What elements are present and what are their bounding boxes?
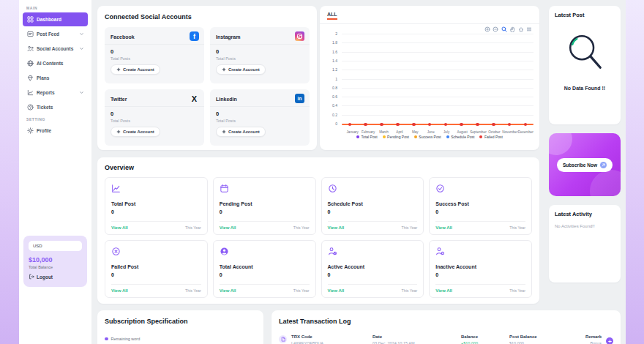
sidebar-item-dashboard[interactable]: Dashboard	[23, 12, 88, 26]
expand-row-button[interactable]	[606, 337, 613, 344]
create-account-label: Create Account	[228, 67, 260, 72]
legend-marker	[414, 135, 417, 138]
x-axis-tick: December	[518, 130, 533, 134]
create-account-button[interactable]: Create Account	[216, 64, 266, 75]
period-label: This Year	[293, 288, 310, 293]
sidebar-section-main: MAIN	[26, 6, 91, 10]
view-all-link[interactable]: View All	[328, 288, 345, 293]
data-point-marker	[508, 123, 512, 127]
platform-post-count: 0	[216, 48, 304, 55]
view-all-link[interactable]: View All	[111, 225, 128, 230]
dashboard-icon	[27, 16, 34, 23]
sidebar-item-label: Tickets	[37, 105, 53, 110]
sidebar-item-social-accounts[interactable]: Social Accounts	[23, 42, 88, 56]
stat-title: Pending Post	[220, 201, 310, 206]
stat-card-total-post: Total Post 0 View All This Year	[105, 177, 208, 235]
logout-button[interactable]: Logout	[29, 274, 82, 280]
sidebar-item-reports[interactable]: Reports	[23, 86, 88, 100]
data-point-marker	[348, 123, 352, 127]
x-axis-tick: September	[470, 130, 486, 134]
view-all-link[interactable]: View All	[111, 288, 128, 293]
x-axis-tick: October	[487, 130, 502, 134]
stat-card-success-post: Success Post 0 View All This Year	[429, 177, 532, 235]
plus-icon	[222, 67, 226, 72]
view-all-link[interactable]: View All	[435, 288, 452, 293]
legend-label: Remaining word	[111, 337, 141, 341]
no-activity-text: No Activities Found!!	[555, 224, 615, 228]
subscribe-now-label: Subscribe Now	[563, 162, 597, 168]
cell-value: $10,000	[509, 341, 564, 344]
view-all-link[interactable]: View All	[220, 288, 236, 293]
gridline	[342, 52, 533, 53]
balance-label: Total Balance	[29, 265, 82, 269]
check-circle-icon	[435, 184, 445, 193]
stat-card-schedule-post: Schedule Post 0 View All This Year	[321, 177, 424, 235]
no-data-text: No Data Found !!	[555, 86, 615, 91]
user-check-icon	[328, 247, 337, 256]
y-axis-tick: 0.2	[327, 113, 337, 117]
sidebar-item-post-feed[interactable]: Post Feed	[23, 27, 88, 41]
menu-icon[interactable]	[526, 26, 532, 32]
reports-icon	[27, 89, 34, 96]
data-point-marker	[460, 123, 463, 127]
view-all-link[interactable]: View All	[328, 225, 345, 230]
create-account-label: Create Account	[123, 130, 154, 134]
view-all-link[interactable]: View All	[220, 225, 236, 230]
latest-post-title: Latest Post	[555, 12, 615, 18]
stat-title: Success Post	[435, 201, 525, 206]
x-axis-tick: February	[360, 130, 375, 134]
legend-label: Pending Post	[387, 135, 409, 139]
stat-value: 0	[328, 272, 418, 277]
sidebar-item-tickets[interactable]: Tickets	[23, 100, 88, 114]
divider	[320, 23, 539, 24]
home-icon[interactable]	[518, 26, 524, 32]
line-chart-icon	[111, 184, 121, 193]
sidebar-item-ai-contents[interactable]: AI Contents	[23, 56, 88, 70]
selection-zoom-icon[interactable]	[501, 26, 507, 32]
legend-label: Schedule Post	[451, 135, 474, 139]
cell-value: Bonus	[569, 341, 602, 344]
legend-item-success-post[interactable]: Success Post	[414, 135, 441, 139]
magnifier-icon	[565, 30, 604, 75]
latest-activity-title: Latest Activity	[555, 211, 615, 217]
social-grid: Facebook f 0 Total Posts Create Account …	[105, 27, 310, 146]
stat-footer: View All This Year	[435, 284, 525, 293]
create-account-button[interactable]: Create Account	[111, 127, 160, 137]
chart-plot-area[interactable]: 2 1.8 1.6 1.4 1.2 1 0.8 0.6 0.4 0.2 0	[327, 34, 533, 124]
sidebar-item-profile[interactable]: Profile	[23, 124, 88, 138]
posts-chart-card: ALL 2 1.8 1.6 1.4 1.2 1 0.8 0.6 0.4	[320, 6, 539, 150]
gridline	[342, 42, 533, 43]
divider	[210, 44, 310, 45]
overview-card: Overview Total Post 0 View All This Year…	[97, 157, 539, 304]
sidebar-item-plans[interactable]: Plans	[23, 71, 88, 85]
x-axis-tick: August	[454, 130, 470, 134]
plus-icon	[116, 130, 121, 134]
legend-item-pending-post[interactable]: Pending Post	[383, 135, 409, 139]
pan-icon[interactable]	[509, 26, 515, 32]
y-axis-tick: 1.2	[327, 67, 337, 72]
legend-item-failed-post[interactable]: Failed Post	[479, 135, 503, 139]
chevron-down-icon	[80, 91, 83, 94]
legend-marker	[383, 135, 386, 138]
create-account-button[interactable]: Create Account	[216, 127, 266, 137]
subscribe-now-button[interactable]: Subscribe Now	[557, 158, 613, 172]
latest-activity-card: Latest Activity No Activities Found!!	[549, 205, 621, 283]
zoom-out-icon[interactable]	[493, 26, 498, 32]
legend-item-total-post[interactable]: Total Post	[356, 135, 377, 139]
view-all-link[interactable]: View All	[435, 225, 452, 230]
zoom-in-icon[interactable]	[484, 26, 490, 32]
no-data-illustration	[555, 30, 615, 78]
transaction-doc-icon	[279, 335, 287, 343]
chart-tab-all[interactable]: ALL	[327, 12, 337, 20]
user-x-icon	[435, 247, 445, 256]
latest-transaction-log-card: Latest Transaction Log TRX Code L4XREYOF…	[272, 310, 621, 344]
y-axis-tick: 0.8	[327, 86, 337, 90]
data-point-marker	[524, 123, 528, 127]
instagram-lens	[297, 34, 302, 39]
data-point-marker	[396, 123, 400, 127]
currency-select[interactable]: USD	[29, 241, 82, 251]
legend-item-schedule-post[interactable]: Schedule Post	[446, 135, 475, 139]
y-axis-tick: 0	[327, 121, 337, 126]
create-account-button[interactable]: Create Account	[111, 64, 160, 75]
divider	[105, 44, 204, 45]
